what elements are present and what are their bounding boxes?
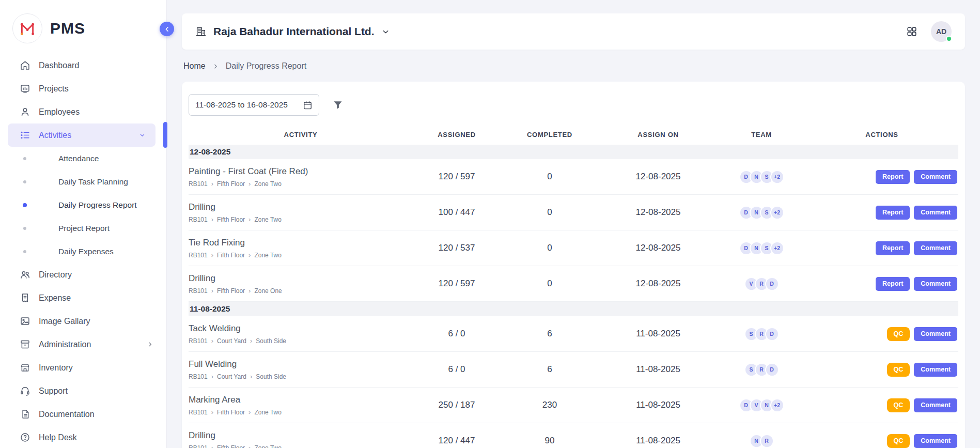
location-segment: South Side bbox=[256, 373, 286, 380]
team-avatars: SRD bbox=[718, 327, 805, 341]
sidebar-item-dashboard[interactable]: Dashboard bbox=[0, 54, 166, 77]
row-actions: QCComment bbox=[805, 434, 958, 448]
team-avatar[interactable]: D bbox=[765, 327, 779, 341]
bullet-icon bbox=[23, 157, 26, 160]
apps-grid-button[interactable] bbox=[906, 26, 917, 37]
report-card: 11-08-2025 to 16-08-2025 ACTIVITYASSIGNE… bbox=[182, 82, 965, 448]
sidebar-item-activities[interactable]: Activities bbox=[8, 123, 155, 147]
team-avatar[interactable]: D bbox=[765, 277, 779, 291]
sidebar-item-inventory[interactable]: Inventory bbox=[0, 356, 166, 379]
report-button[interactable]: Report bbox=[876, 170, 910, 184]
sidebar-collapse-button[interactable] bbox=[160, 22, 174, 36]
comment-button[interactable]: Comment bbox=[914, 206, 957, 220]
app-logo-text: PMS bbox=[50, 20, 85, 37]
chevron-right-icon: › bbox=[248, 216, 251, 223]
activity-cell: DrillingRB101›Fifth Floor›Zone Two bbox=[189, 430, 413, 448]
company-selector[interactable]: Raja Bahadur International Ltd. bbox=[195, 25, 390, 38]
sidebar-item-label: Inventory bbox=[39, 363, 73, 373]
activity-cell: Full WeldingRB101›Court Yard›South Side bbox=[189, 359, 413, 380]
comment-button[interactable]: Comment bbox=[914, 170, 957, 184]
comment-button[interactable]: Comment bbox=[914, 277, 957, 291]
comment-button[interactable]: Comment bbox=[914, 327, 957, 341]
team-more-badge[interactable]: +2 bbox=[770, 398, 784, 412]
comment-button[interactable]: Comment bbox=[914, 434, 957, 448]
bullet-icon bbox=[23, 203, 27, 207]
funnel-icon bbox=[333, 100, 343, 110]
home-icon bbox=[19, 60, 30, 71]
table-row: Marking AreaRB101›Fifth Floor›Zone Two25… bbox=[189, 388, 958, 423]
apps-grid-icon bbox=[906, 26, 917, 37]
activity-title: Marking Area bbox=[189, 395, 408, 405]
sidebar-subitem-label: Attendance bbox=[58, 154, 99, 163]
team-avatars: DNS+2 bbox=[718, 241, 805, 255]
qc-button[interactable]: QC bbox=[887, 434, 910, 448]
sidebar-item-expense[interactable]: Expense bbox=[0, 286, 166, 310]
documentation-icon bbox=[19, 409, 30, 420]
table-row: DrillingRB101›Fifth Floor›Zone Two120 / … bbox=[189, 423, 958, 448]
user-menu[interactable]: AD bbox=[931, 21, 952, 42]
activity-location: RB101›Fifth Floor›Zone Two bbox=[189, 444, 408, 448]
filter-row: 11-08-2025 to 16-08-2025 bbox=[189, 94, 958, 116]
report-button[interactable]: Report bbox=[876, 277, 910, 291]
sidebar-item-label: Expense bbox=[39, 293, 71, 303]
report-button[interactable]: Report bbox=[876, 241, 910, 255]
qc-button[interactable]: QC bbox=[887, 398, 910, 412]
sidebar-item-employees[interactable]: Employees bbox=[0, 100, 166, 123]
activity-title: Drilling bbox=[189, 202, 408, 212]
table-row: Tack WeldingRB101›Court Yard›South Side6… bbox=[189, 316, 958, 352]
sidebar-item-documentation[interactable]: Documentation bbox=[0, 403, 166, 426]
location-segment: Fifth Floor bbox=[217, 180, 245, 188]
team-avatar[interactable]: D bbox=[765, 363, 779, 377]
assigned-value: 6 / 0 bbox=[413, 329, 501, 339]
assigned-value: 250 / 187 bbox=[413, 400, 501, 410]
sidebar-item-projects[interactable]: Projects bbox=[0, 77, 166, 100]
date-range-input[interactable]: 11-08-2025 to 16-08-2025 bbox=[189, 94, 319, 116]
breadcrumb: Home Daily Progress Report bbox=[182, 61, 965, 71]
chevron-down-icon bbox=[381, 27, 390, 36]
comment-button[interactable]: Comment bbox=[914, 241, 957, 255]
bullet-icon bbox=[23, 180, 26, 183]
location-segment: Fifth Floor bbox=[217, 444, 245, 448]
sidebar-item-administration[interactable]: Administration bbox=[0, 333, 166, 356]
breadcrumb-home[interactable]: Home bbox=[183, 61, 206, 71]
location-segment: Zone Two bbox=[254, 216, 281, 223]
team-avatars: DVN+2 bbox=[718, 398, 805, 412]
location-segment: RB101 bbox=[189, 287, 208, 295]
sidebar-subitem-daily-expenses[interactable]: Daily Expenses bbox=[0, 240, 166, 263]
activity-cell: Tie Rod FixingRB101›Fifth Floor›Zone Two bbox=[189, 238, 413, 259]
activities-icon bbox=[19, 130, 30, 141]
comment-button[interactable]: Comment bbox=[914, 363, 957, 377]
sidebar-subitem-attendance[interactable]: Attendance bbox=[0, 147, 166, 170]
qc-button[interactable]: QC bbox=[887, 327, 910, 341]
activity-title: Painting - First Coat (Fire Red) bbox=[189, 166, 408, 177]
location-segment: RB101 bbox=[189, 216, 208, 223]
inventory-icon bbox=[19, 362, 30, 374]
chevron-right-icon: › bbox=[211, 216, 213, 223]
expense-icon bbox=[19, 292, 30, 304]
location-segment: Zone One bbox=[254, 287, 282, 295]
sidebar-subitem-project-report[interactable]: Project Report bbox=[0, 217, 166, 240]
gallery-icon bbox=[19, 316, 30, 327]
team-more-badge[interactable]: +2 bbox=[770, 241, 784, 255]
comment-button[interactable]: Comment bbox=[914, 398, 957, 412]
sidebar-item-image-gallary[interactable]: Image Gallary bbox=[0, 310, 166, 333]
assign-on-value: 11-08-2025 bbox=[599, 329, 718, 339]
completed-value: 0 bbox=[501, 207, 599, 218]
team-more-badge[interactable]: +2 bbox=[770, 206, 784, 220]
filter-button[interactable] bbox=[333, 100, 343, 110]
sidebar-item-support[interactable]: Support bbox=[0, 379, 166, 403]
assigned-value: 120 / 537 bbox=[413, 243, 501, 253]
helpdesk-icon bbox=[19, 432, 30, 443]
sidebar-subitem-daily-task-planning[interactable]: Daily Task Planning bbox=[0, 170, 166, 193]
sidebar-subitem-daily-progress-report[interactable]: Daily Progress Report bbox=[0, 193, 166, 217]
sidebar-item-directory[interactable]: Directory bbox=[0, 263, 166, 286]
sidebar-item-help-desk[interactable]: Help Desk bbox=[0, 426, 166, 448]
row-actions: QCComment bbox=[805, 327, 958, 341]
report-button[interactable]: Report bbox=[876, 206, 910, 220]
team-more-badge[interactable]: +2 bbox=[770, 170, 784, 184]
activity-cell: DrillingRB101›Fifth Floor›Zone One bbox=[189, 273, 413, 295]
qc-button[interactable]: QC bbox=[887, 363, 910, 377]
location-segment: Zone Two bbox=[254, 180, 281, 188]
table-row: DrillingRB101›Fifth Floor›Zone Two100 / … bbox=[189, 195, 958, 230]
team-avatar[interactable]: R bbox=[760, 434, 774, 448]
